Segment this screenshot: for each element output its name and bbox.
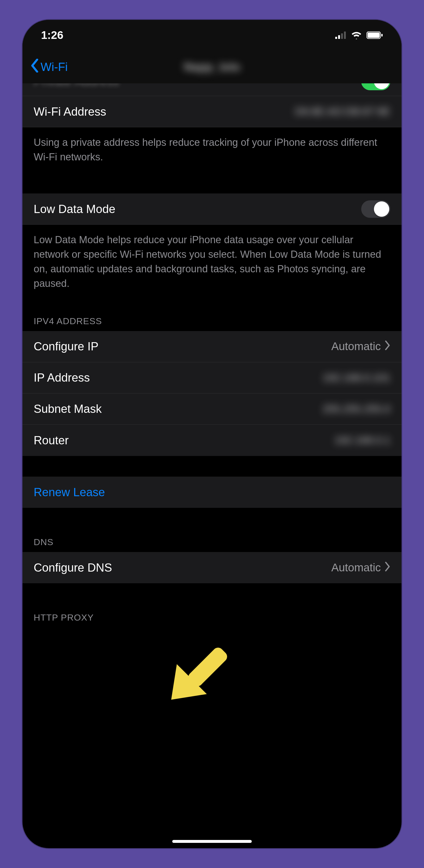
renew-lease-label: Renew Lease [34,486,105,499]
router-label: Router [34,434,68,447]
nav-title: Napp_lolo [184,60,241,73]
configure-dns-value: Automatic [331,561,390,574]
chevron-right-icon [385,340,390,353]
svg-rect-1 [338,35,340,39]
nav-bar: Wi-Fi Napp_lolo [23,50,401,83]
subnet-mask-value: 255.255.255.0 [322,403,390,415]
chevron-right-icon [385,561,390,574]
svg-rect-0 [335,37,337,39]
annotation-arrow-icon [155,631,240,716]
home-indicator[interactable] [172,840,252,843]
wifi-address-row: Wi-Fi Address D6:8E:AD:DB:87:9E [23,96,401,127]
svg-rect-6 [381,34,383,36]
renew-lease-button[interactable]: Renew Lease [23,476,401,508]
configure-dns-value-text: Automatic [331,561,381,574]
configure-ip-value: Automatic [331,340,390,353]
low-data-mode-toggle[interactable] [361,200,390,218]
wifi-icon [351,31,362,39]
battery-icon [367,31,383,39]
ip-address-value: 192.168.0.101 [322,372,390,384]
wifi-address-label: Wi-Fi Address [34,105,106,118]
configure-dns-row[interactable]: Configure DNS Automatic [23,552,401,583]
svg-rect-5 [368,33,380,38]
low-data-mode-footer: Low Data Mode helps reduce your iPhone d… [23,225,401,303]
dns-section-header: DNS [23,508,401,552]
chevron-left-icon [30,59,39,75]
low-data-mode-label: Low Data Mode [34,203,115,216]
private-address-label: Private Address [34,83,119,89]
subnet-mask-label: Subnet Mask [34,402,102,415]
configure-ip-label: Configure IP [34,340,98,353]
subnet-mask-row: Subnet Mask 255.255.255.0 [23,394,401,425]
ipv4-section-header: IPV4 ADDRESS [23,303,401,331]
svg-rect-2 [341,33,343,39]
router-value: 192.168.0.1 [334,434,390,446]
status-time: 1:26 [41,29,63,41]
status-bar: 1:26 [23,20,401,50]
phone-frame: 1:26 [23,20,401,848]
low-data-mode-row: Low Data Mode [23,193,401,225]
ip-address-row: IP Address 192.168.0.101 [23,362,401,394]
http-proxy-section-header: HTTP PROXY [23,583,401,627]
ip-address-label: IP Address [34,371,90,384]
wifi-address-value: D6:8E:AD:DB:87:9E [295,105,390,118]
status-icons [335,31,383,39]
back-button[interactable]: Wi-Fi [30,59,68,75]
svg-rect-3 [344,31,346,39]
configure-ip-value-text: Automatic [331,340,381,353]
configure-ip-row[interactable]: Configure IP Automatic [23,331,401,362]
cellular-signal-icon [335,31,346,39]
back-label: Wi-Fi [40,60,68,73]
svg-rect-7 [186,646,229,689]
settings-content: Private Address Wi-Fi Address D6:8E:AD:D… [23,83,401,848]
private-address-toggle[interactable] [361,83,390,90]
router-row: Router 192.168.0.1 [23,425,401,456]
configure-dns-label: Configure DNS [34,561,112,574]
private-address-footer: Using a private address helps reduce tra… [23,127,401,176]
